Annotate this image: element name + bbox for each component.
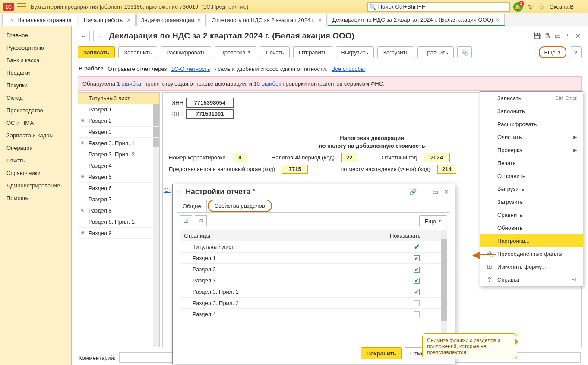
og-link[interactable]: Ог [164,187,171,193]
checkbox[interactable]: ✔ [414,255,420,261]
tab[interactable]: Отчетность по НДС за 2 квартал 2024 г.✕ [207,14,327,26]
table-row[interactable]: Раздел 4 [180,309,447,320]
expand-icon[interactable]: ⊕ [81,117,85,123]
compare-button[interactable]: Сравнить [417,46,454,58]
corr-field[interactable]: 0 [233,153,247,162]
section-item[interactable]: ⊕Раздел 8 [78,205,159,216]
menu-item[interactable]: Настройка... [480,234,583,247]
section-item[interactable]: Раздел 3. Прил. 2 [78,149,159,160]
link-errors-1[interactable]: 1 ошибка [117,80,141,87]
close-icon[interactable]: ✕ [575,32,582,39]
copy-button[interactable]: ⧉ [195,215,207,226]
tab[interactable]: Задачи организации✕ [136,14,206,26]
tab[interactable]: Начало работы✕ [79,14,136,26]
maximize-icon[interactable]: ▭ [431,188,439,195]
table-row[interactable]: Раздел 1✔ [180,253,447,264]
tab-section-props[interactable]: Свойства разделов [208,200,272,212]
print-icon[interactable]: 🖶 [544,32,550,39]
table-row[interactable]: Раздел 3. Прил. 1✔ [180,286,447,298]
section-item[interactable]: ⊕Раздел 5 [78,171,159,183]
write-button[interactable]: Записать [78,46,115,58]
menu-item[interactable]: Обновить [480,221,583,234]
sidebar-item[interactable]: Справочники [0,167,71,179]
nav-fwd[interactable]: → [93,31,105,41]
link-errors-10[interactable]: 10 ошибок [254,80,281,87]
menu-item[interactable]: ЗаписатьCtrl+Enter [480,92,583,105]
check-all-button[interactable]: ☑ [180,215,192,226]
nav-back[interactable]: ← [78,31,90,41]
menu-item[interactable]: Очистить▶ [480,130,583,143]
link-icon[interactable]: 🔗 [409,188,417,195]
expand-icon[interactable]: ⊕ [81,207,85,213]
kebab-icon[interactable]: ⋮ [420,188,428,195]
notifications-icon[interactable]: 🔔2 [513,2,523,12]
save-button[interactable]: Сохранить [361,347,402,359]
star-icon[interactable]: ☆ [538,3,545,10]
period-field[interactable]: 22 [341,153,357,162]
table-row[interactable]: Раздел 2✔ [180,264,447,275]
sidebar-item[interactable]: ОС и НМА [0,117,71,129]
menu-item[interactable]: Сравнить [480,208,583,221]
window-icon[interactable]: ▭ [554,32,561,39]
menu-item[interactable]: ?СправкаF1 [480,273,583,286]
checkbox[interactable] [414,300,420,306]
user-name[interactable]: Оксана В [550,3,574,10]
sidebar-item[interactable]: Администрирование [0,179,71,192]
menu-item[interactable]: Печать [480,156,583,169]
section-item[interactable]: ⊕Раздел 9 [78,228,159,239]
kebab-icon[interactable]: ⋮ [564,32,571,39]
section-item[interactable]: ⊕Раздел 2 [78,115,159,127]
history-icon[interactable]: ↻ [527,3,534,10]
sidebar-item[interactable]: Производство [0,104,71,117]
close-icon[interactable]: ✕ [443,188,450,195]
expand-icon[interactable]: ⊕ [81,140,85,146]
close-icon[interactable]: ✕ [126,17,131,23]
close-icon[interactable]: ✕ [318,17,322,23]
save-icon[interactable]: 💾 [533,32,540,39]
organ-field[interactable]: 7715 [282,165,308,174]
send-button[interactable]: Отправить [293,46,332,58]
more-button[interactable]: Еще▼ [539,46,566,58]
sidebar-item[interactable]: Операции [0,142,71,154]
fill-button[interactable]: Заполнить [118,46,157,58]
checkbox[interactable]: ✔ [414,278,420,284]
menu-item[interactable]: Проверка▶ [480,143,583,156]
year-field[interactable]: 2024 [424,153,450,162]
tab-home[interactable]: ⌂ Начальная страница [2,14,77,26]
decode-button[interactable]: Расшифровать [161,46,211,58]
import-button[interactable]: Загрузить [377,46,414,58]
search-input[interactable]: 🔍 Поиск Ctrl+Shift+F [367,2,510,12]
check-button[interactable]: Проверка▼ [215,46,256,58]
inn-field[interactable]: 7715398054 [186,98,234,108]
table-row[interactable]: Титульный лист✔ [180,241,447,253]
print-button[interactable]: Печать [260,46,290,58]
section-item[interactable]: Титульный лист [78,93,159,104]
menu-item[interactable]: 📎Присоединенные файлы [480,247,583,260]
attach-button[interactable]: 📎 [457,46,472,58]
tab-general[interactable]: Общие [177,200,207,212]
sidebar-item[interactable]: Покупки [0,79,71,92]
sidebar-item[interactable]: Отчеты [0,154,71,167]
sidebar-item[interactable]: Помощь [0,192,71,204]
place-field[interactable]: 214 [437,165,456,174]
dialog-more-button[interactable]: Еще▼ [419,215,447,227]
scrollbar[interactable] [441,230,447,339]
link-all-ways[interactable]: Все способы [332,66,365,72]
checkbox[interactable] [414,311,420,317]
section-item[interactable]: Раздел 3 [78,127,159,138]
menu-item[interactable]: Заполнить [480,105,583,117]
kpp-field[interactable]: 771501001 [186,109,234,119]
help-button[interactable]: ? [570,46,582,58]
section-item[interactable]: Раздел 1 [78,104,159,115]
menu-item[interactable]: Отправить [480,169,583,182]
menu-item[interactable]: Загрузить [480,195,583,208]
sidebar-item[interactable]: Банк и касса [0,54,71,67]
expand-icon[interactable]: ⊕ [81,174,85,179]
close-icon[interactable]: ✕ [197,17,201,23]
expand-icon[interactable]: ⊕ [81,230,85,235]
section-item[interactable]: ⊕Раздел 3. Прил. 1 [78,138,159,149]
table-row[interactable]: Раздел 3✔ [180,275,447,286]
link-1c-report[interactable]: 1С-Отчетность [171,66,210,72]
fav-icon[interactable]: ☆ [177,189,182,195]
export-button[interactable]: Выгрузить [336,46,374,58]
